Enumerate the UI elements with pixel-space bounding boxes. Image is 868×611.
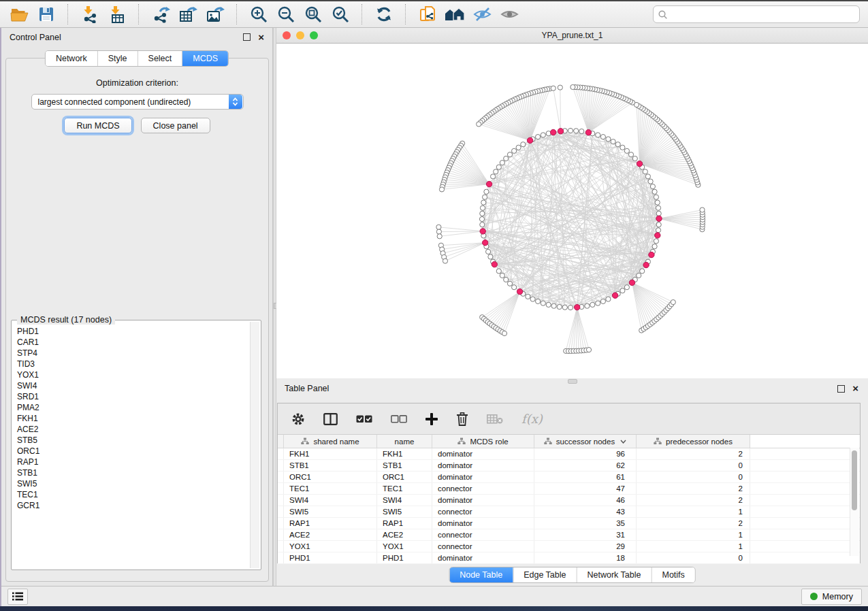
select-all-button[interactable] (356, 415, 372, 423)
column-header[interactable]: name (377, 435, 432, 448)
network-graph[interactable] (276, 44, 868, 378)
checked-boxes-icon (356, 415, 372, 423)
add-column-button[interactable] (425, 413, 438, 425)
run-mcds-button[interactable]: Run MCDS (64, 118, 131, 133)
cell-predecessor-nodes: 0 (637, 552, 750, 563)
cell-predecessor-nodes: 0 (637, 460, 750, 471)
result-node-item[interactable]: CAR1 (17, 337, 249, 348)
cell-shared-name: FKH1 (284, 448, 377, 459)
show-all-button[interactable] (497, 3, 521, 25)
column-header[interactable]: successor nodes (534, 435, 637, 448)
network-title: YPA_prune.txt_1 (276, 31, 868, 40)
toolbar-separator (405, 4, 406, 24)
apply-layout-button[interactable] (372, 3, 396, 25)
table-tab[interactable]: Edge Table (513, 567, 576, 582)
export-network-button[interactable] (148, 3, 173, 25)
scrollbar-thumb[interactable] (852, 450, 857, 510)
cell-shared-name: SWI5 (284, 506, 377, 517)
control-panel-tab[interactable]: Select (138, 51, 182, 66)
table-row[interactable]: RAP1 RAP1 dominator 35 2 (278, 518, 860, 529)
criterion-select[interactable]: largest connected component (undirected) (31, 94, 244, 110)
float-table-panel-icon[interactable] (837, 385, 845, 393)
table-row[interactable]: PHD1 PHD1 dominator 18 0 (278, 552, 860, 564)
main-toolbar (0, 0, 868, 28)
cell-successor-nodes: 43 (534, 506, 637, 517)
cell-predecessor-nodes: 2 (637, 448, 750, 459)
cell-name: PHD1 (377, 552, 432, 563)
table-tab[interactable]: Motifs (651, 567, 694, 582)
table-tab[interactable]: Node Table (449, 567, 513, 582)
save-session-button[interactable] (34, 3, 59, 25)
table-header-gutter (278, 435, 284, 448)
clone-network-button[interactable] (415, 3, 440, 25)
cell-name: STB1 (377, 460, 432, 471)
result-node-item[interactable]: FKH1 (17, 413, 249, 424)
result-node-item[interactable]: SWI5 (17, 478, 249, 489)
table-row[interactable]: SWI4 SWI4 dominator 46 2 (278, 495, 860, 506)
split-view-button[interactable] (323, 413, 338, 425)
table-row[interactable]: SWI5 SWI5 connector 43 1 (278, 506, 860, 518)
close-table-panel-icon[interactable]: × (852, 385, 858, 392)
hide-selected-button[interactable] (470, 3, 494, 25)
table-row[interactable]: ORC1 ORC1 dominator 61 0 (278, 472, 860, 483)
control-panel-tab[interactable]: MCDS (182, 51, 228, 66)
tree-icon (544, 437, 552, 445)
result-node-item[interactable]: YOX1 (17, 369, 249, 380)
table-scrollbar[interactable] (850, 448, 859, 556)
result-node-item[interactable]: GCR1 (17, 500, 249, 511)
function-builder-button[interactable]: f(x) (521, 412, 543, 426)
result-node-item[interactable]: STB1 (17, 467, 249, 478)
table-row[interactable]: STB1 STB1 dominator 62 0 (278, 460, 860, 472)
houses-icon (445, 6, 465, 22)
first-neighbors-button[interactable] (443, 3, 467, 25)
result-node-item[interactable]: TID3 (17, 359, 249, 369)
memory-button[interactable]: Memory (801, 589, 862, 605)
table-tab[interactable]: Network Table (577, 567, 652, 582)
zoom-selected-icon (332, 5, 349, 23)
open-file-button[interactable] (7, 3, 31, 25)
table-row[interactable]: FKH1 FKH1 dominator 96 2 (278, 448, 860, 460)
result-node-item[interactable]: SRD1 (17, 391, 249, 402)
zoom-fit-button[interactable] (301, 3, 325, 25)
network-canvas[interactable] (276, 44, 868, 378)
export-table-button[interactable] (176, 3, 200, 25)
zoom-out-button[interactable] (274, 3, 298, 25)
control-panel-header: Control Panel × (1, 28, 272, 46)
cell-successor-nodes: 47 (534, 483, 637, 494)
result-node-item[interactable]: STB5 (17, 435, 249, 446)
zoom-in-button[interactable] (246, 3, 271, 25)
float-panel-icon[interactable] (243, 33, 251, 41)
control-panel-tab[interactable]: Style (97, 51, 138, 66)
deselect-all-button[interactable] (391, 415, 407, 423)
result-list-scrollbar[interactable] (250, 322, 259, 568)
result-node-item[interactable]: ACE2 (17, 424, 249, 435)
result-node-item[interactable]: PMA2 (17, 402, 249, 413)
result-node-item[interactable]: SWI4 (17, 380, 249, 391)
import-table-button[interactable] (105, 3, 129, 25)
control-panel-tab[interactable]: Network (46, 51, 97, 66)
column-header[interactable]: predecessor nodes (637, 435, 750, 448)
table-row[interactable]: ACE2 ACE2 connector 31 1 (278, 529, 860, 541)
table-panel-toggle-button[interactable] (7, 589, 28, 605)
delete-table-button[interactable] (487, 414, 503, 425)
delete-columns-button[interactable] (456, 412, 468, 426)
result-node-item[interactable]: ORC1 (17, 446, 249, 457)
status-bar: Memory (1, 586, 868, 606)
table-settings-button[interactable] (291, 412, 305, 426)
table-splitter-grip[interactable] (568, 379, 577, 384)
close-panel-button[interactable]: Close panel (141, 118, 210, 133)
table-row[interactable]: TEC1 TEC1 connector 47 2 (278, 483, 860, 495)
export-image-button[interactable] (203, 3, 227, 25)
close-panel-icon[interactable]: × (258, 34, 264, 41)
table-row[interactable]: YOX1 YOX1 connector 29 1 (278, 541, 860, 552)
result-node-item[interactable]: STP4 (17, 348, 249, 359)
result-node-item[interactable]: PHD1 (17, 326, 249, 337)
unchecked-boxes-icon (391, 415, 407, 423)
column-header[interactable]: MCDS role (432, 435, 534, 448)
column-header[interactable]: shared name (284, 435, 377, 448)
search-input[interactable] (671, 9, 854, 20)
result-node-item[interactable]: RAP1 (17, 457, 249, 467)
zoom-selected-button[interactable] (328, 3, 353, 25)
import-network-button[interactable] (78, 3, 102, 25)
result-node-item[interactable]: TEC1 (17, 489, 249, 500)
